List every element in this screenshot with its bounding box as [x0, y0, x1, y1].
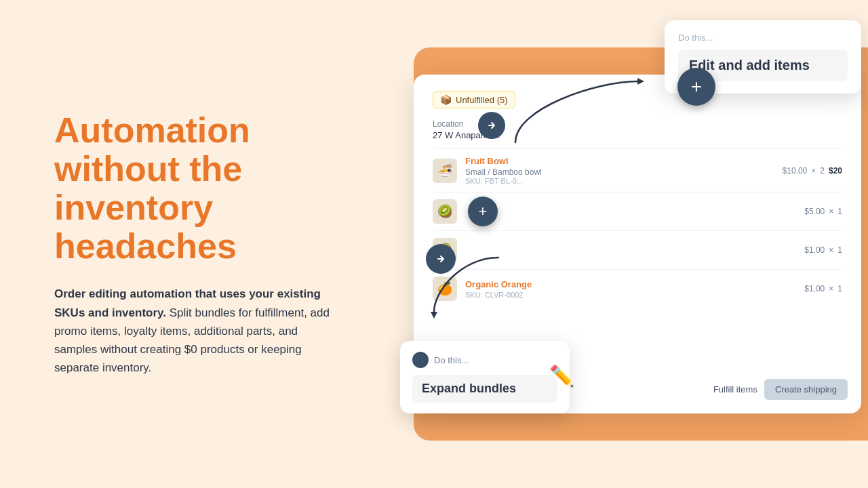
table-row: 🍊 Organic Orange SKU: CLVR-0002 $1.00 × … — [433, 269, 842, 308]
step-dot — [412, 352, 429, 368]
add-button-middle[interactable]: + — [468, 197, 498, 226]
price-qty: 1 — [837, 245, 842, 255]
price-x: × — [829, 245, 833, 255]
item-image: 🥝 — [433, 199, 457, 224]
fulfill-button[interactable]: Fulfill items — [713, 384, 757, 394]
price-x: × — [829, 207, 833, 216]
price-detail: $1.00 × 1 — [804, 245, 842, 255]
item-name: Organic Orange — [465, 279, 796, 289]
price-qty: 1 — [837, 284, 842, 293]
price-value: $1.00 — [804, 245, 825, 255]
right-panel: 📦 Unfulfilled (5) Location 27 W Anapamu.… — [380, 0, 868, 488]
unfulfilled-label: Unfulfilled (5) — [456, 95, 508, 105]
tooltip-bottom-action: Expand bundles — [412, 375, 557, 403]
unfulfilled-badge: 📦 Unfulfilled (5) — [433, 91, 515, 108]
price-total: $20 — [829, 166, 842, 176]
table-row: 🥝 $1.00 × 1 — [433, 230, 842, 269]
item-sku: SKU: FBT-BL-0... — [465, 177, 774, 185]
price-detail: $10.00 × 2 $20 — [783, 166, 842, 176]
price-qty: 2 — [820, 166, 825, 176]
body-text: Order editing automation that uses your … — [54, 285, 339, 377]
price-value: $5.00 — [804, 207, 825, 216]
item-price: $1.00 × 1 — [804, 284, 842, 293]
item-variant: Small / Bamboo bowl — [465, 167, 774, 177]
add-button-top[interactable]: + — [677, 68, 715, 106]
price-x: × — [811, 166, 816, 176]
headline: Automation without the inventory headach… — [54, 111, 339, 266]
tooltip-top-do-this: Do this... — [678, 33, 848, 43]
price-value: $1.00 — [804, 284, 825, 293]
price-detail: $1.00 × 1 — [804, 284, 842, 293]
card-footer: Fulfill items Create shipping — [713, 379, 848, 400]
price-x: × — [829, 284, 833, 293]
left-panel: Automation without the inventory headach… — [0, 70, 380, 418]
edit-pencil-icon: ✏️ — [549, 364, 574, 388]
item-sku: SKU: CLVR-0002 — [465, 291, 796, 299]
item-details: Organic Orange SKU: CLVR-0002 — [465, 279, 796, 299]
table-row: 🍜 Fruit Bowl Small / Bamboo bowl SKU: FB… — [433, 148, 842, 192]
item-details: Fruit Bowl Small / Bamboo bowl SKU: FBT-… — [465, 156, 774, 185]
price-detail: $5.00 × 1 — [804, 207, 842, 216]
item-image: 🍜 — [433, 159, 457, 183]
item-price: $1.00 × 1 — [804, 245, 842, 255]
item-image: 🍊 — [433, 277, 457, 301]
create-shipping-button[interactable]: Create shipping — [764, 379, 848, 400]
tooltip-bottom-card: Do this... Expand bundles — [400, 341, 570, 413]
package-icon: 📦 — [440, 94, 452, 105]
tooltip-bottom-do-this: Do this... — [434, 355, 469, 365]
step-indicator-bottom — [426, 244, 456, 274]
price-qty: 1 — [837, 207, 842, 216]
price-value: $10.00 — [783, 166, 808, 176]
item-price: $5.00 × 1 — [804, 207, 842, 216]
step-indicator-top — [478, 112, 505, 139]
item-price: $10.00 × 2 $20 — [783, 166, 842, 176]
item-name: Fruit Bowl — [465, 156, 774, 166]
